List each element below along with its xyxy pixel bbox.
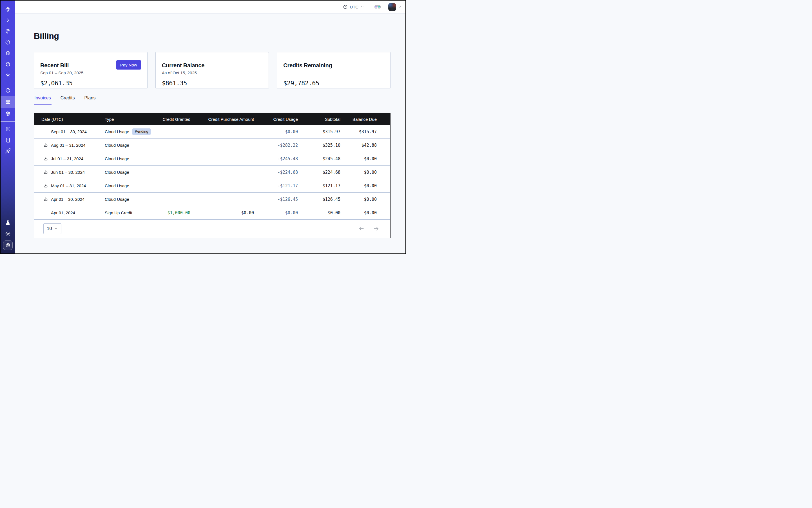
column-header: Credit Usage: [254, 117, 298, 122]
balance-due: $0.00: [340, 183, 377, 188]
tab-credits[interactable]: Credits: [60, 95, 76, 105]
table-row: Jun 01 – 30, 2024Cloud Usage-$224.68$224…: [34, 166, 390, 179]
credit-usage: -$282.22: [254, 143, 298, 148]
credit-usage: -$224.68: [254, 170, 298, 175]
summary-cards: Recent Bill Sep 01 – Sep 30, 2025 $2,061…: [34, 52, 390, 88]
billing-credit-card-icon[interactable]: [1, 96, 15, 108]
page-title: Billing: [34, 31, 390, 42]
credit-usage: $0.00: [254, 210, 298, 215]
card-title: Credits Remaining: [283, 62, 384, 69]
invoice-date: Apr 01, 2024: [51, 210, 75, 215]
column-header: Date (UTC): [34, 117, 105, 122]
invoice-type: Sign Up Credit: [105, 210, 132, 215]
column-header: Type: [105, 117, 153, 122]
content: Billing Recent Bill Sep 01 – Sep 30, 202…: [15, 13, 405, 253]
sidebar-divider: [1, 83, 15, 83]
layers-icon[interactable]: [1, 48, 15, 58]
invoice-type: Cloud Usage: [105, 197, 129, 202]
invoice-type: Cloud Usage: [105, 170, 129, 175]
expand-sidebar-icon[interactable]: [1, 15, 15, 25]
gauge-icon[interactable]: [1, 85, 15, 95]
user-avatar[interactable]: [388, 3, 396, 11]
table-header: Date (UTC)TypeCredit GrantedCredit Purch…: [34, 113, 390, 125]
credit-granted: $1,000.00: [153, 210, 190, 215]
column-header: Balance Due: [340, 117, 377, 122]
settings-gear-icon[interactable]: [1, 109, 15, 119]
labs-flask-icon[interactable]: [1, 217, 15, 228]
table-row: Apr 01 – 30, 2024Cloud Usage-$126.45$126…: [34, 193, 390, 206]
download-invoice-icon[interactable]: [43, 156, 48, 161]
current-balance-card: Current Balance As of Oct 15, 2025 $861.…: [156, 52, 269, 88]
balance-due: $42.88: [340, 143, 377, 148]
chevron-down-icon: [54, 227, 58, 230]
table-footer: 10: [34, 220, 390, 238]
arrow-right-icon: [373, 225, 380, 232]
cube-icon[interactable]: [1, 59, 15, 69]
column-header: Credit Purchase Amount: [190, 117, 254, 122]
card-subtitle: [283, 70, 384, 76]
docs-book-icon[interactable]: [1, 135, 15, 145]
credit-usage: -$126.45: [254, 197, 298, 202]
subtotal: $325.10: [298, 143, 340, 148]
invoice-date: Apr 01 – 30, 2024: [51, 197, 84, 202]
account-menu-chevron-icon[interactable]: [398, 5, 401, 9]
download-invoice-icon[interactable]: [43, 170, 48, 175]
invoices-table: Date (UTC)TypeCredit GrantedCredit Purch…: [34, 113, 390, 238]
balance-due: $0.00: [340, 170, 377, 175]
dollar-badge-icon[interactable]: [3, 241, 13, 250]
page-size-select[interactable]: 10: [43, 223, 61, 234]
download-invoice-icon[interactable]: [43, 143, 48, 147]
table-row: Jul 01 – 31, 2024Cloud Usage-$245.48$245…: [34, 152, 390, 166]
iris-icon[interactable]: [1, 26, 15, 36]
asterisk-icon[interactable]: [1, 70, 15, 80]
invoice-date: Aug 01 – 31, 2024: [51, 143, 86, 147]
table-row: Aug 01 – 31, 2024Cloud Usage-$282.22$325…: [34, 138, 390, 152]
page-size-value: 10: [47, 226, 52, 231]
balance-due: $315.97: [340, 129, 377, 134]
card-title: Current Balance: [162, 62, 263, 69]
subtotal: $245.48: [298, 156, 340, 161]
card-amount: $29,782.65: [283, 79, 384, 88]
chevron-down-icon: [360, 5, 364, 9]
column-header: Subtotal: [298, 117, 340, 122]
invoice-type: Cloud Usage: [105, 183, 129, 188]
status-badge: Pending: [132, 128, 151, 135]
3d-glasses-icon[interactable]: [374, 4, 381, 10]
download-invoice-icon[interactable]: [43, 183, 48, 188]
topbar: UTC: [15, 1, 405, 13]
theme-sun-icon[interactable]: [1, 228, 15, 239]
subtotal: $224.68: [298, 170, 340, 175]
next-page-button[interactable]: [373, 225, 380, 232]
credit-purchase-amount: $0.00: [190, 210, 254, 215]
card-subtitle: As of Oct 15, 2025: [162, 70, 263, 76]
helm-wheel-icon[interactable]: [1, 124, 15, 134]
credit-usage: $0.00: [254, 129, 298, 134]
main-area: UTC Billing Recent Bill Sep 01 – Sep 30,…: [15, 1, 405, 253]
credit-usage: -$121.17: [254, 183, 298, 188]
credit-usage: -$245.48: [254, 156, 298, 161]
timezone-selector[interactable]: UTC: [343, 4, 364, 9]
previous-page-button[interactable]: [358, 225, 365, 232]
recent-bill-card: Recent Bill Sep 01 – Sep 30, 2025 $2,061…: [34, 52, 147, 88]
invoice-date: Jun 01 – 30, 2024: [51, 170, 85, 175]
card-amount: $861.35: [162, 79, 263, 88]
tab-plans[interactable]: Plans: [84, 95, 96, 105]
invoice-type: Cloud Usage: [105, 156, 129, 161]
column-header: Credit Granted: [153, 117, 190, 122]
pay-now-button[interactable]: Pay Now: [116, 60, 141, 70]
timer-icon[interactable]: [1, 37, 15, 47]
logo-orbit-icon[interactable]: [1, 4, 15, 14]
subtotal: $315.97: [298, 129, 340, 134]
rocket-icon[interactable]: [1, 145, 15, 156]
billing-tabs: InvoicesCreditsPlans: [34, 95, 390, 105]
table-row: Apr 01, 2024Sign Up Credit$1,000.00$0.00…: [34, 206, 390, 220]
credits-remaining-card: Credits Remaining $29,782.65: [277, 52, 390, 88]
balance-due: $0.00: [340, 156, 377, 161]
timezone-label: UTC: [350, 4, 358, 9]
download-invoice-icon[interactable]: [43, 197, 48, 202]
tab-invoices[interactable]: Invoices: [34, 95, 51, 105]
balance-due: $0.00: [340, 210, 377, 215]
clock-icon: [343, 4, 348, 9]
balance-due: $0.00: [340, 197, 377, 202]
download-placeholder: [43, 210, 48, 215]
